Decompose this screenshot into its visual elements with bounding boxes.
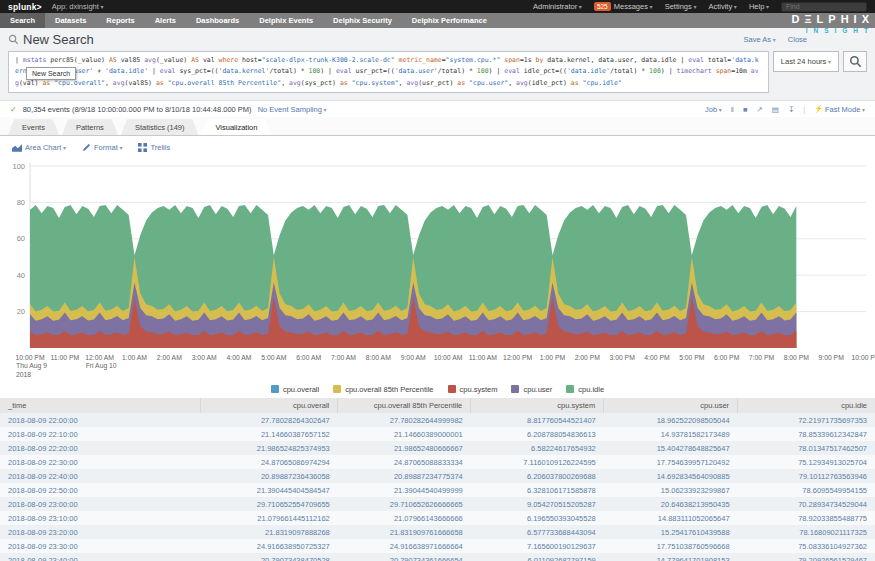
splunk-logo[interactable]: splunk> [8, 2, 42, 12]
cell-value[interactable]: 29.710652626666665 [338, 497, 471, 511]
tab-visualization[interactable]: Visualization [201, 119, 271, 135]
cell-value[interactable]: 8.817760544521407 [471, 413, 604, 427]
cell-time[interactable]: 2018-08-09 23:30:00 [0, 539, 200, 553]
cell-value[interactable]: 17.751038760596668 [604, 539, 738, 553]
column-header-cpu-idle[interactable]: cpu.idle [738, 398, 875, 413]
cell-value[interactable]: 21.14660387657152 [200, 427, 337, 441]
trellis-button[interactable]: Trellis [138, 143, 170, 152]
cell-value[interactable]: 21.8319097888268 [200, 525, 337, 539]
cell-value[interactable]: 17.754639957120492 [604, 455, 738, 469]
stop-icon[interactable]: ■ [743, 105, 748, 114]
job-menu[interactable]: Job [705, 105, 722, 114]
cell-value[interactable]: 9.054270515205287 [471, 497, 604, 511]
column-header-cpu-overall-85th-percentile[interactable]: cpu.overall 85th Percentile [338, 398, 471, 413]
cell-value[interactable]: 21.831909761666658 [338, 525, 471, 539]
user-menu[interactable]: Administrator [533, 2, 582, 11]
cell-value[interactable]: 14.93781582173489 [604, 427, 738, 441]
cell-value[interactable]: 78.92033855488775 [738, 511, 875, 525]
cell-value[interactable]: 75.08336104927362 [738, 539, 875, 553]
time-range-picker[interactable]: Last 24 hours [773, 51, 839, 72]
search-query-input[interactable]: | mstats perc85(_value) AS val85 avg(_va… [8, 51, 769, 93]
nav-item-datasets[interactable]: Datasets [45, 13, 96, 28]
cell-value[interactable]: 6.328106171585878 [471, 483, 604, 497]
cell-value[interactable]: 20.89887236436058 [200, 469, 337, 483]
cell-time[interactable]: 2018-08-09 23:20:00 [0, 525, 200, 539]
legend-item-cpu-overall-85th-percentile[interactable]: cpu.overall 85th Percentile [333, 385, 433, 394]
cell-value[interactable]: 24.87065086974294 [200, 455, 337, 469]
cell-value[interactable]: 79.10112763563946 [738, 469, 875, 483]
cell-value[interactable]: 29.710652554709655 [200, 497, 337, 511]
cell-time[interactable]: 2018-08-09 22:40:00 [0, 469, 200, 483]
cell-time[interactable]: 2018-08-09 23:00:00 [0, 497, 200, 511]
cell-time[interactable]: 2018-08-09 22:20:00 [0, 441, 200, 455]
cell-time[interactable]: 2018-08-09 22:00:00 [0, 413, 200, 427]
column-header-cpu-overall[interactable]: cpu.overall [200, 398, 337, 413]
cell-value[interactable]: 6.577733688443094 [471, 525, 604, 539]
chart-type-picker[interactable]: Area Chart [12, 143, 66, 152]
search-mode-menu[interactable]: ⚡ Fast Mode [814, 105, 865, 114]
activity-menu[interactable]: Activity [708, 2, 736, 11]
nav-item-delphix-security[interactable]: Delphix Security [323, 13, 402, 28]
nav-item-reports[interactable]: Reports [96, 13, 144, 28]
event-sampling-menu[interactable]: No Event Sampling [258, 105, 327, 114]
close-button[interactable]: Close [788, 35, 807, 44]
cell-value[interactable]: 20.790734361666654 [338, 553, 471, 561]
cell-value[interactable]: 24.916638971666664 [338, 539, 471, 553]
cell-value[interactable]: 7.1160109126224595 [471, 455, 604, 469]
cell-value[interactable]: 6.196550393045528 [471, 511, 604, 525]
nav-item-dashboards[interactable]: Dashboards [186, 13, 249, 28]
cell-value[interactable]: 70.28934734529044 [738, 497, 875, 511]
cell-value[interactable]: 14.779641701908153 [604, 553, 738, 561]
cell-value[interactable]: 78.16809021117325 [738, 525, 875, 539]
cell-value[interactable]: 15.25417610439588 [604, 525, 738, 539]
cell-time[interactable]: 2018-08-09 22:10:00 [0, 427, 200, 441]
help-menu[interactable]: Help [749, 2, 769, 11]
tab-events[interactable]: Events [8, 119, 59, 135]
legend-item-cpu-overall[interactable]: cpu.overall [271, 385, 319, 394]
cell-value[interactable]: 75.12934913025704 [738, 455, 875, 469]
format-button[interactable]: Format [82, 143, 122, 152]
cell-value[interactable]: 21.390445404584547 [200, 483, 337, 497]
cell-value[interactable]: 78.01347517462507 [738, 441, 875, 455]
messages-menu[interactable]: Messages [614, 2, 653, 11]
tab-patterns[interactable]: Patterns [62, 119, 118, 135]
run-search-button[interactable] [843, 51, 867, 72]
cell-value[interactable]: 20.89887234775374 [338, 469, 471, 483]
print-icon[interactable]: ▤ [772, 105, 779, 114]
legend-item-cpu-user[interactable]: cpu.user [511, 385, 552, 394]
find-input[interactable] [781, 2, 867, 12]
cell-value[interactable]: 78.85339612342847 [738, 427, 875, 441]
pause-icon[interactable]: ‖ [731, 105, 734, 114]
tab-statistics-149[interactable]: Statistics (149) [121, 119, 199, 135]
cell-value[interactable]: 14.692834564090885 [604, 469, 738, 483]
cell-time[interactable]: 2018-08-09 23:40:00 [0, 553, 200, 561]
cell-value[interactable]: 15.404278648825647 [604, 441, 738, 455]
cell-value[interactable]: 20.79073438470528 [200, 553, 337, 561]
legend-item-cpu-idle[interactable]: cpu.idle [566, 385, 604, 394]
save-as-menu[interactable]: Save As [744, 35, 776, 44]
cell-value[interactable]: 6.206037800269688 [471, 469, 604, 483]
cell-value[interactable]: 78.6095549954155 [738, 483, 875, 497]
share-icon[interactable]: ↗ [757, 105, 763, 114]
cell-value[interactable]: 79.20926561529467 [738, 553, 875, 561]
cell-value[interactable]: 14.883111052065647 [604, 511, 738, 525]
cell-value[interactable]: 6.58224617654932 [471, 441, 604, 455]
nav-item-search[interactable]: Search [0, 13, 45, 28]
cell-value[interactable]: 6.208788054836613 [471, 427, 604, 441]
cell-value[interactable]: 24.916638950725327 [200, 539, 337, 553]
cell-value[interactable]: 21.986524825374953 [200, 441, 337, 455]
cell-value[interactable]: 20.64638213950435 [604, 497, 738, 511]
nav-item-delphix-events[interactable]: Delphix Events [249, 13, 323, 28]
cell-value[interactable]: 21.39044540499999 [338, 483, 471, 497]
cell-value[interactable]: 21.07966143666666 [338, 511, 471, 525]
column-header-time[interactable]: _time [0, 398, 200, 413]
cell-value[interactable]: 6.011092682797159 [471, 553, 604, 561]
column-header-cpu-system[interactable]: cpu.system [471, 398, 604, 413]
cpu-area-chart[interactable]: 2040608010010:00 PMThu Aug 9201811:00 PM… [0, 158, 875, 382]
nav-item-alerts[interactable]: Alerts [145, 13, 186, 28]
app-menu[interactable]: App: dxinsight [52, 2, 104, 11]
cell-value[interactable]: 18.962522098505044 [604, 413, 738, 427]
cell-value[interactable]: 24.87065088833334 [338, 455, 471, 469]
cell-value[interactable]: 21.98652480666667 [338, 441, 471, 455]
cell-time[interactable]: 2018-08-09 22:50:00 [0, 483, 200, 497]
